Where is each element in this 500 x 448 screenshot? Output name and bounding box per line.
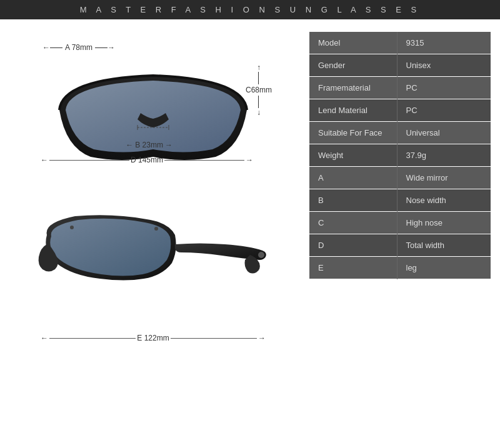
spec-key: Lend Material xyxy=(309,99,397,122)
spec-key: C xyxy=(309,212,397,234)
spec-row: Suitable For FaceUniversal xyxy=(309,122,491,144)
svg-point-4 xyxy=(154,227,158,231)
spec-value: PC xyxy=(397,99,491,122)
spec-key: Suitable For Face xyxy=(309,122,397,144)
spec-key: Weight xyxy=(309,144,397,167)
spec-row: Eleg xyxy=(309,257,491,279)
measurement-e-label: E 122mm xyxy=(137,334,169,342)
measurement-a-label: A 78mm xyxy=(65,43,92,52)
spec-value: Unisex xyxy=(397,54,491,77)
spec-row: BNose width xyxy=(309,189,491,212)
spec-key: A xyxy=(309,167,397,189)
spec-row: DTotal width xyxy=(309,234,491,257)
brand-title: M A S T E R F A S H I O N S U N G L A S … xyxy=(80,5,420,14)
spec-key: Framematerial xyxy=(309,77,397,99)
spec-key: D xyxy=(309,234,397,257)
glasses-side-view-svg xyxy=(38,210,269,326)
measurement-d-label: D 145mm xyxy=(131,156,163,164)
spec-row: Lend MaterialPC xyxy=(309,99,491,122)
spec-value: Nose width xyxy=(397,189,491,212)
spec-value: 37.9g xyxy=(397,144,491,167)
spec-value: PC xyxy=(397,77,491,99)
spec-row: GenderUnisex xyxy=(309,54,491,77)
spec-row: FramematerialPC xyxy=(309,77,491,99)
spec-row: Weight37.9g xyxy=(309,144,491,167)
side-view-diagram: ← E 122mm → xyxy=(38,210,275,347)
svg-point-5 xyxy=(70,226,74,229)
spec-key: E xyxy=(309,257,397,279)
spec-value: Universal xyxy=(397,122,491,144)
measurement-c-label: C68mm xyxy=(246,86,272,94)
spec-value: 9315 xyxy=(397,32,491,54)
spec-key: Model xyxy=(309,32,397,54)
brand-header: M A S T E R F A S H I O N S U N G L A S … xyxy=(0,0,500,19)
svg-point-3 xyxy=(258,252,264,258)
spec-row: AWide mirror xyxy=(309,167,491,189)
spec-row: Model9315 xyxy=(309,32,491,54)
glasses-top-view xyxy=(47,60,259,185)
measurement-b-label: B 23mm xyxy=(135,141,163,149)
spec-value: leg xyxy=(397,257,491,279)
spec-row: CHigh nose xyxy=(309,212,491,234)
top-view-diagram: ← A 78mm → xyxy=(38,32,275,207)
diagram-panel: ← A 78mm → xyxy=(9,26,303,439)
specs-panel: Model9315GenderUnisexFramematerialPCLend… xyxy=(309,32,491,439)
spec-value: Wide mirror xyxy=(397,167,491,189)
spec-value: High nose xyxy=(397,212,491,234)
specs-table: Model9315GenderUnisexFramematerialPCLend… xyxy=(309,32,491,279)
spec-key: B xyxy=(309,189,397,212)
spec-value: Total width xyxy=(397,234,491,257)
spec-key: Gender xyxy=(309,54,397,77)
